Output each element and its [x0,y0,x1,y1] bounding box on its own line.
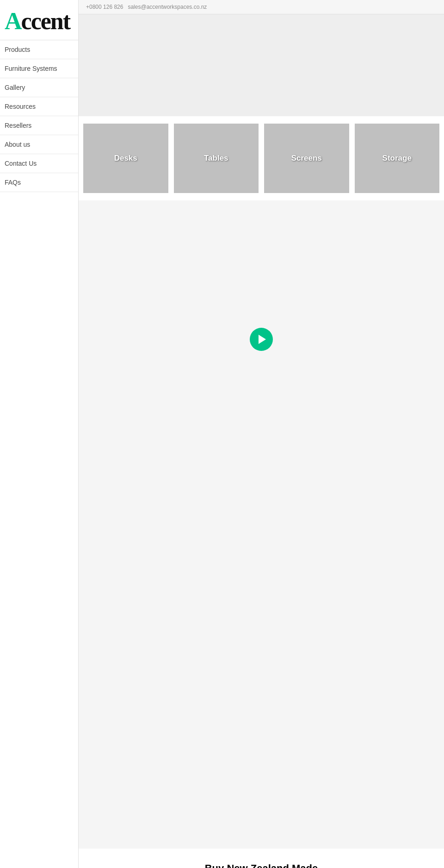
nz-made-section: Buy New Zealand Made NZ MADE [79,849,444,868]
category-tiles: Desks Tables Screens Storage [79,116,444,200]
sidebar-item-products[interactable]: Products [0,40,78,59]
email-address: sales@accentworkspaces.co.nz [128,4,207,10]
large-grey-section [79,478,444,849]
category-label-desks: Desks [114,154,137,163]
main-content: +0800 126 826 sales@accentworkspaces.co.… [79,0,444,868]
sidebar: Accent Products Furniture Systems Galler… [0,0,79,868]
category-label-storage: Storage [382,154,412,163]
category-tile-tables[interactable]: Tables [174,124,259,193]
top-bar: +0800 126 826 sales@accentworkspaces.co.… [79,0,444,14]
category-label-tables: Tables [204,154,228,163]
category-label-screens: Screens [291,154,322,163]
nz-made-title: Buy New Zealand Made [88,862,435,868]
site-logo: Accent [5,9,74,33]
category-tile-desks[interactable]: Desks [83,124,168,193]
sidebar-item-faqs[interactable]: FAQs [0,173,78,192]
category-tile-screens[interactable]: Screens [264,124,349,193]
category-tile-storage[interactable]: Storage [355,124,440,193]
sidebar-item-resellers[interactable]: Resellers [0,116,78,135]
play-button[interactable] [250,328,273,351]
play-icon [259,335,266,344]
hero-banner [79,14,444,116]
sidebar-item-furniture-systems[interactable]: Furniture Systems [0,59,78,78]
logo-rest: ccent [21,8,70,34]
sidebar-item-resources[interactable]: Resources [0,97,78,116]
video-section [79,200,444,478]
logo-accent-letter: A [5,8,21,34]
sidebar-item-gallery[interactable]: Gallery [0,78,78,97]
logo-area: Accent [0,0,78,40]
sidebar-nav: Products Furniture Systems Gallery Resou… [0,40,78,192]
sidebar-item-contact-us[interactable]: Contact Us [0,154,78,173]
sidebar-item-about-us[interactable]: About us [0,135,78,154]
phone-number: +0800 126 826 [86,4,123,10]
